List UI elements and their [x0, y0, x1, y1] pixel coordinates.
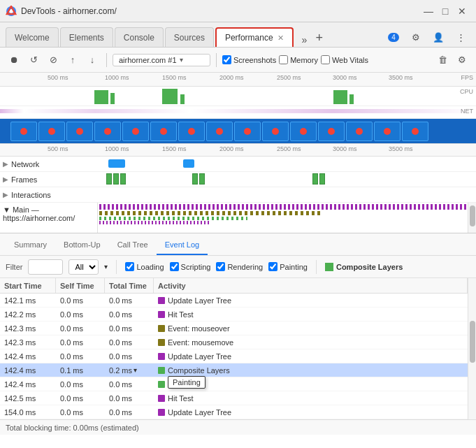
table-row[interactable]: 154.0 ms 0.0 ms 0.0 ms Update Layer Tree: [0, 405, 468, 419]
more-tabs-button[interactable]: »: [298, 33, 312, 47]
flame-row-1: [99, 204, 466, 210]
th-start[interactable]: Start Time: [0, 278, 56, 293]
cpu-label: CPU: [460, 88, 473, 95]
tab-welcome[interactable]: Welcome: [6, 27, 59, 47]
table-row[interactable]: 142.3 ms 0.0 ms 0.0 ms Event: mousemove: [0, 335, 468, 349]
screenshot-1[interactable]: [10, 122, 37, 141]
frames-expand[interactable]: ▶: [3, 175, 8, 183]
tab-calltree[interactable]: Call Tree: [109, 236, 157, 255]
tab-eventlog[interactable]: Event Log: [157, 236, 208, 255]
scripting-checkbox[interactable]: Scripting: [170, 262, 211, 271]
main-expand[interactable]: ▼: [3, 205, 10, 214]
menu-button[interactable]: ⋮: [451, 27, 470, 47]
settings-button[interactable]: ⚙: [406, 27, 426, 47]
table-row[interactable]: 142.2 ms 0.0 ms 0.0 ms Hit Test: [0, 308, 468, 321]
bottom-panel: Summary Bottom-Up Call Tree Event Log Fi…: [0, 233, 476, 419]
toolbar-sep-2: [216, 53, 217, 67]
screenshot-strip: [0, 119, 476, 144]
tab-performance-close[interactable]: ✕: [277, 34, 284, 43]
network-expand[interactable]: ▶: [3, 160, 8, 168]
filter-sep: [116, 260, 117, 274]
th-activity[interactable]: Activity: [154, 278, 468, 293]
table-scrollbar[interactable]: [468, 278, 476, 419]
screenshot-2[interactable]: [38, 122, 65, 141]
screenshots-label: Screenshots: [233, 56, 276, 64]
web-vitals-checkbox[interactable]: Web Vitals: [321, 55, 368, 64]
network-bar-2: [183, 159, 194, 168]
table-row[interactable]: 142.1 ms 0.0 ms 0.0 ms Update Layer Tree: [0, 294, 468, 308]
legend-color-box: [325, 263, 333, 271]
tab-bottomup[interactable]: Bottom-Up: [55, 236, 109, 255]
upload-button[interactable]: ↑: [64, 52, 81, 68]
th-start-label: Start Time: [4, 282, 42, 290]
th-total-label: Total Time: [109, 282, 147, 290]
screenshot-11[interactable]: [290, 122, 317, 141]
download-button[interactable]: ↓: [84, 52, 101, 68]
screenshot-12[interactable]: [318, 122, 345, 141]
painting-checkbox[interactable]: Painting: [268, 262, 308, 271]
refresh-button[interactable]: ↺: [25, 52, 42, 68]
timeline-scrollbar[interactable]: [468, 203, 476, 233]
td-start: 142.4 ms: [0, 363, 56, 377]
td-activity: □ Painting: [154, 377, 468, 391]
trash-button[interactable]: 🗑: [434, 52, 451, 68]
th-self[interactable]: Self Time: [56, 278, 105, 293]
screenshot-4[interactable]: [94, 122, 121, 141]
activity-icon-purple: [158, 395, 165, 402]
minimize-button[interactable]: —: [420, 3, 437, 20]
maximize-button[interactable]: □: [437, 3, 454, 20]
add-tab-button[interactable]: +: [311, 29, 327, 47]
th-total[interactable]: Total Time: [105, 278, 154, 293]
url-dropdown[interactable]: ▾: [180, 56, 183, 64]
tab-elements[interactable]: Elements: [60, 27, 113, 47]
filter-all-select[interactable]: All: [68, 259, 99, 275]
table-row[interactable]: 142.4 ms 0.0 ms 0.0 ms □ Painting: [0, 377, 468, 391]
rendering-checkbox[interactable]: Rendering: [216, 262, 263, 271]
fps-bar-1: [94, 90, 108, 104]
perf-settings-button[interactable]: ⚙: [454, 52, 470, 68]
filter-input[interactable]: [28, 259, 63, 275]
screenshot-13[interactable]: [346, 122, 373, 141]
loading-checkbox[interactable]: Loading: [125, 262, 164, 271]
tab-console[interactable]: Console: [115, 27, 164, 47]
scripting-label: Scripting: [181, 263, 211, 271]
screenshot-3[interactable]: [66, 122, 93, 141]
table-row-selected[interactable]: 142.4 ms 0.1 ms 0.2 ms ▾ Composite Layer…: [0, 363, 468, 377]
memory-checkbox[interactable]: Memory: [279, 55, 318, 64]
interactions-row: ▶ Interactions: [0, 187, 476, 203]
table-row[interactable]: 142.4 ms 0.0 ms 0.0 ms Update Layer Tree: [0, 349, 468, 363]
screenshot-9[interactable]: [234, 122, 261, 141]
screenshot-8[interactable]: [206, 122, 233, 141]
filter-label: Filter: [6, 263, 22, 271]
screenshot-6[interactable]: [150, 122, 177, 141]
tab-sources[interactable]: Sources: [165, 27, 214, 47]
tick2-3000: 3000 ms: [333, 145, 357, 152]
filter-dropdown-arrow[interactable]: ▾: [104, 263, 108, 270]
row-dropdown-arrow[interactable]: ▾: [134, 366, 137, 374]
record-button[interactable]: ⏺: [6, 52, 22, 68]
painting-label: Painting: [280, 263, 308, 271]
frame-bar-4: [192, 173, 198, 185]
screenshot-7[interactable]: [178, 122, 205, 141]
screenshots-checkbox[interactable]: Screenshots: [222, 55, 276, 64]
close-button[interactable]: ✕: [454, 3, 470, 20]
profile-button[interactable]: 👤: [428, 27, 448, 47]
clear-button[interactable]: ⊘: [45, 52, 62, 68]
screenshot-5[interactable]: [122, 122, 149, 141]
screenshot-10[interactable]: [262, 122, 289, 141]
web-vitals-label: Web Vitals: [332, 56, 368, 64]
screenshot-14[interactable]: [374, 122, 401, 141]
tab-sources-label: Sources: [174, 33, 205, 43]
interactions-expand[interactable]: ▶: [3, 191, 8, 198]
screenshot-15[interactable]: [402, 122, 428, 141]
table-row[interactable]: 142.5 ms 0.0 ms 0.0 ms Hit Test: [0, 391, 468, 405]
tick-2000: 2000 ms: [219, 74, 244, 81]
tick2-2500: 2500 ms: [277, 145, 301, 152]
filter-bar: Filter All ▾ Loading Scripting Rendering…: [0, 256, 476, 278]
table-row[interactable]: 142.3 ms 0.0 ms 0.0 ms Event: mouseover: [0, 321, 468, 335]
tab-summary[interactable]: Summary: [6, 236, 55, 255]
notification-button[interactable]: 4: [384, 27, 403, 47]
event-table: Start Time Self Time Total Time Activity…: [0, 278, 476, 419]
tab-bottomup-label: Bottom-Up: [64, 240, 101, 249]
tab-performance[interactable]: Performance ✕: [215, 27, 294, 47]
